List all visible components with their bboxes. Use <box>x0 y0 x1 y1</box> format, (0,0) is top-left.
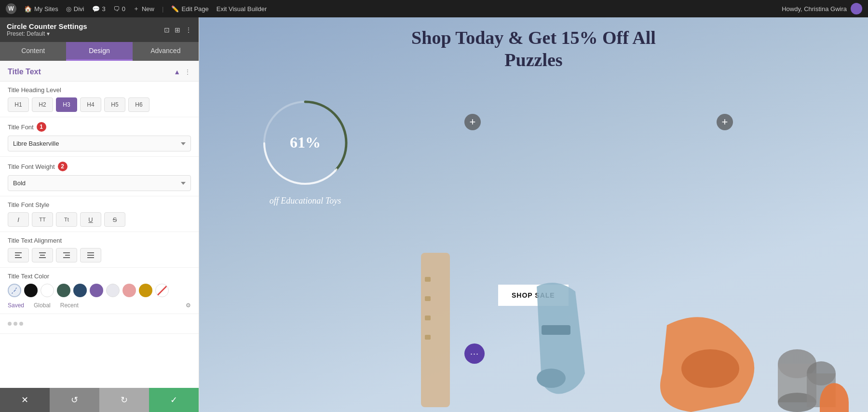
panel-title: Circle Counter Settings <box>7 22 87 30</box>
align-right-button[interactable] <box>56 248 77 262</box>
divi-icon: ◎ <box>66 5 71 13</box>
h6-button[interactable]: H6 <box>128 97 149 112</box>
chevron-up-icon[interactable]: ▲ <box>174 68 180 76</box>
svg-rect-17 <box>425 277 431 282</box>
svg-rect-5 <box>39 257 46 258</box>
comments-icon: 💬 <box>92 5 100 13</box>
strikethrough-button[interactable]: S <box>104 212 125 227</box>
tab-advanced[interactable]: Advanced <box>133 42 199 61</box>
my-sites-link[interactable]: 🏠 My Sites <box>24 5 58 13</box>
color-pink[interactable] <box>122 284 136 297</box>
svg-rect-9 <box>87 252 94 253</box>
capitalize-button[interactable]: Tt <box>56 212 77 227</box>
layout-icon[interactable]: ⊞ <box>175 26 180 34</box>
section-header-icons: ▲ ⋮ <box>174 68 191 76</box>
comment-link[interactable]: 🗨 0 <box>113 5 125 13</box>
bottom-toolbar: ✕ ↺ ↻ ✓ <box>0 388 199 412</box>
style-buttons: I TT Tt U S <box>8 212 191 227</box>
edit-page-link[interactable]: ✏️ Edit Page <box>171 5 208 13</box>
title-font-row: Title Font 1 Libre Baskerville Default O… <box>0 117 199 157</box>
new-button[interactable]: ＋ New <box>133 4 154 13</box>
responsive-icon[interactable]: ⊡ <box>164 26 170 34</box>
plus-button-2[interactable]: + <box>717 114 733 130</box>
plus-button-1[interactable]: + <box>464 114 481 130</box>
underline-button[interactable]: U <box>80 212 101 227</box>
color-purple[interactable] <box>90 284 103 297</box>
align-justify-button[interactable] <box>80 248 101 262</box>
circle-svg: 61% <box>257 95 353 191</box>
circle-counter: 61% off Educational Toys <box>257 95 353 206</box>
saved-tab[interactable]: Saved <box>8 302 24 309</box>
eyedropper-button[interactable] <box>8 284 21 297</box>
title-font-weight-label: Title Font Weight 2 <box>8 162 191 171</box>
plus-icon: ＋ <box>133 4 139 13</box>
dots-row <box>0 314 199 334</box>
redo-button[interactable]: ↻ <box>99 388 149 412</box>
svg-rect-18 <box>425 296 431 301</box>
title-text-label: Title Text <box>8 68 41 76</box>
avatar <box>851 3 862 14</box>
color-gold[interactable] <box>139 284 152 297</box>
title-font-select[interactable]: Libre Baskerville Default Open Sans Robo… <box>8 136 191 151</box>
h5-button[interactable]: H5 <box>104 97 125 112</box>
color-white[interactable] <box>41 284 54 297</box>
panel-tabs: Content Design Advanced <box>0 42 199 61</box>
h4-button[interactable]: H4 <box>80 97 101 112</box>
title-font-weight-select[interactable]: Bold Thin Light Regular Extra Bold <box>8 175 191 191</box>
tab-content[interactable]: Content <box>0 42 66 61</box>
global-tab[interactable]: Global <box>34 302 51 309</box>
title-font-style-label: Title Font Style <box>8 201 191 208</box>
color-dark-green[interactable] <box>57 284 70 297</box>
h2-button[interactable]: H2 <box>32 97 53 112</box>
tab-design[interactable]: Design <box>66 42 132 61</box>
svg-rect-6 <box>63 252 70 253</box>
panel-preset[interactable]: Preset: Default ▾ <box>7 30 87 37</box>
confirm-button[interactable]: ✓ <box>149 388 199 412</box>
color-dark-blue[interactable] <box>73 284 87 297</box>
comment-icon: 🗨 <box>113 5 120 13</box>
title-text-section-header: Title Text ▲ ⋮ <box>0 61 199 82</box>
exit-visual-builder-link[interactable]: Exit Visual Builder <box>217 5 267 13</box>
chevron-down-icon: ▾ <box>47 30 50 37</box>
title-font-style-row: Title Font Style I TT Tt U S <box>0 196 199 232</box>
h3-button[interactable]: H3 <box>56 97 77 112</box>
undo-button[interactable]: ↺ <box>50 388 99 412</box>
circle-subtitle: off Educational Toys <box>270 196 341 206</box>
recent-tab[interactable]: Recent <box>60 302 79 309</box>
color-swatches <box>8 284 191 297</box>
title-text-alignment-label: Title Text Alignment <box>8 237 191 244</box>
dot-1[interactable] <box>8 322 12 326</box>
ellipsis-icon[interactable]: ⋮ <box>184 68 191 76</box>
svg-rect-2 <box>15 257 22 258</box>
align-left-button[interactable] <box>8 248 29 262</box>
italic-button[interactable]: I <box>8 212 29 227</box>
font-badge: 1 <box>37 122 46 132</box>
color-light-gray[interactable] <box>106 284 120 297</box>
dot-2[interactable] <box>14 322 17 326</box>
title-heading-level-row: Title Heading Level H1 H2 H3 H4 H5 H6 <box>0 82 199 117</box>
top-bar-right: Howdy, Christina Gwira <box>782 3 862 14</box>
align-center-button[interactable] <box>32 248 53 262</box>
house-icon: 🏠 <box>24 5 32 13</box>
uppercase-button[interactable]: TT <box>32 212 53 227</box>
pencil-icon: ✏️ <box>171 5 179 13</box>
color-black[interactable] <box>24 284 38 297</box>
svg-point-23 <box>681 349 739 388</box>
color-red-stroke[interactable] <box>155 284 169 297</box>
h1-button[interactable]: H1 <box>8 97 29 112</box>
dot-3[interactable] <box>19 322 23 326</box>
svg-text:61%: 61% <box>290 134 321 151</box>
heading-buttons: H1 H2 H3 H4 H5 H6 <box>8 97 191 112</box>
cancel-button[interactable]: ✕ <box>0 388 50 412</box>
divi-link[interactable]: ◎ Divi <box>66 5 84 13</box>
font-weight-badge: 2 <box>58 162 68 171</box>
preview-headline: Shop Today & Get 15% Off All Puzzles <box>199 17 868 76</box>
wordpress-icon[interactable]: W <box>6 3 16 14</box>
svg-point-21 <box>537 369 566 388</box>
more-options-icon[interactable]: ⋮ <box>185 26 192 34</box>
svg-rect-19 <box>425 316 431 320</box>
title-heading-level-label: Title Heading Level <box>8 86 191 94</box>
panel-header: Circle Counter Settings Preset: Default … <box>0 17 199 42</box>
comments-link[interactable]: 💬 3 <box>92 5 106 13</box>
color-settings-gear[interactable]: ⚙ <box>186 302 191 309</box>
